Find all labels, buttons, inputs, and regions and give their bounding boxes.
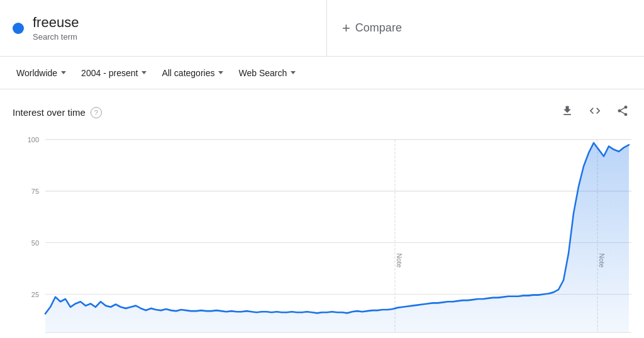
interest-chart: 100 75 50 25 Note Note [13,133,631,338]
chart-title-group: Interest over time ? [13,107,102,118]
embed-icon [589,104,601,117]
search-type-filter[interactable]: Web Search [232,64,302,82]
share-icon [616,104,629,117]
chart-area: 100 75 50 25 Note Note [13,133,631,338]
region-chevron-icon [61,71,66,74]
category-label: All categories [162,68,214,78]
search-type-chevron-icon [291,71,296,74]
region-label: Worldwide [16,68,57,78]
svg-text:25: 25 [31,290,39,298]
compare-plus-icon: + [342,20,350,37]
date-chevron-icon [142,71,147,74]
download-icon [561,104,574,117]
svg-text:50: 50 [31,239,39,247]
chart-actions [558,102,631,123]
category-chevron-icon [218,71,223,74]
chart-header: Interest over time ? [13,102,631,123]
date-filter[interactable]: 2004 - present [75,64,153,82]
search-term-text: freeuse Search term [33,14,79,42]
chart-section: Interest over time ? [0,92,644,338]
download-button[interactable] [558,102,576,123]
compare-button[interactable]: + Compare [342,20,402,37]
search-term-dot [13,23,24,34]
compare-section: + Compare [327,0,644,56]
search-type-label: Web Search [238,68,287,78]
compare-label: Compare [355,21,402,35]
share-button[interactable] [614,102,631,123]
header: freeuse Search term + Compare [0,0,644,57]
date-label: 2004 - present [81,68,138,78]
region-filter[interactable]: Worldwide [10,64,72,82]
help-icon[interactable]: ? [91,107,102,118]
filters-bar: Worldwide 2004 - present All categories … [0,57,644,89]
svg-text:100: 100 [28,136,39,144]
svg-text:Note: Note [396,254,402,268]
term-name: freeuse [33,14,79,31]
search-term-section: freeuse Search term [0,0,327,56]
embed-button[interactable] [586,102,604,123]
svg-text:75: 75 [31,188,39,195]
term-type: Search term [33,32,79,42]
category-filter[interactable]: All categories [155,64,230,82]
chart-title: Interest over time [13,107,86,118]
